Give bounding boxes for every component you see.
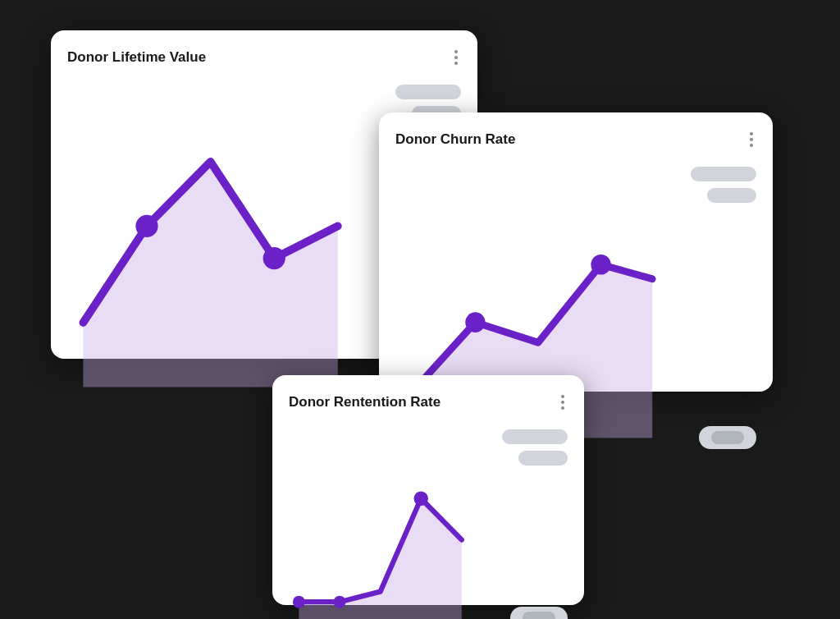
svg-point-9 xyxy=(414,491,428,506)
card-churn: Donor Churn Rate xyxy=(379,112,773,392)
churn-action-button-inner xyxy=(711,431,744,444)
card-churn-title: Donor Churn Rate xyxy=(395,131,515,148)
churn-button-area xyxy=(699,426,756,452)
svg-point-4 xyxy=(465,312,485,332)
retention-action-button-inner xyxy=(523,612,555,619)
svg-point-2 xyxy=(263,247,285,269)
svg-point-5 xyxy=(591,254,610,275)
svg-point-7 xyxy=(293,596,305,608)
card-churn-header: Donor Churn Rate xyxy=(395,129,756,150)
retention-button-area xyxy=(510,607,568,619)
card-lifetime-title: Donor Lifetime Value xyxy=(67,49,206,66)
retention-action-button[interactable] xyxy=(510,607,568,619)
dashboard-scene: Donor Lifetime Value xyxy=(51,30,789,589)
card-retention-body xyxy=(289,426,568,619)
retention-legend-pill-2 xyxy=(518,451,568,465)
card-retention: Donor Rentention Rate xyxy=(272,375,584,605)
svg-point-8 xyxy=(334,596,346,608)
churn-more-button[interactable] xyxy=(746,129,756,150)
churn-legend-pill-2 xyxy=(707,188,756,203)
retention-legend-pill-1 xyxy=(502,429,568,444)
lifetime-chart xyxy=(67,81,386,403)
card-retention-title: Donor Rentention Rate xyxy=(289,394,441,410)
retention-more-button[interactable] xyxy=(558,392,568,413)
retention-chart xyxy=(289,426,492,619)
churn-legend-pill-1 xyxy=(691,167,756,181)
churn-legend xyxy=(691,163,756,203)
svg-marker-0 xyxy=(83,162,337,387)
card-retention-header: Donor Rentention Rate xyxy=(289,392,568,413)
lifetime-legend-pill-1 xyxy=(395,85,461,99)
lifetime-more-button[interactable] xyxy=(451,47,461,68)
card-lifetime-header: Donor Lifetime Value xyxy=(67,47,461,68)
svg-point-1 xyxy=(135,215,158,237)
retention-legend xyxy=(502,426,568,465)
churn-action-button[interactable] xyxy=(699,426,756,449)
